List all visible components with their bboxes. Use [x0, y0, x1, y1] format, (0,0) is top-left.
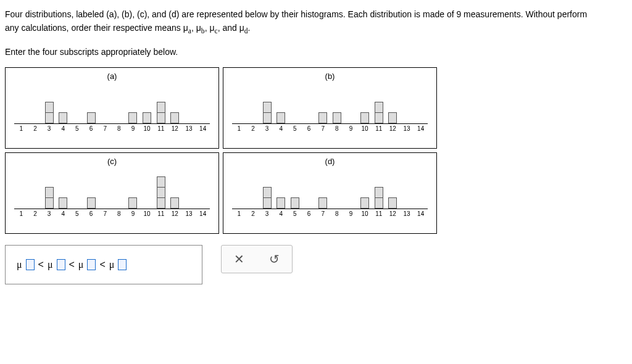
- bar-slot: [302, 83, 316, 123]
- bar-block: [59, 112, 67, 123]
- bar-slot: [140, 83, 154, 123]
- bar-slot: [126, 168, 140, 209]
- axis-tick: 9: [344, 125, 358, 132]
- bar-slot: [14, 83, 28, 123]
- slot-2[interactable]: [57, 259, 65, 270]
- bar-slot: [260, 168, 274, 209]
- axis-tick: 6: [84, 210, 98, 217]
- bar-slot: [246, 168, 260, 209]
- axis-tick: 6: [302, 125, 316, 132]
- axis-tick: 12: [386, 125, 400, 132]
- bar-slot: [400, 168, 414, 209]
- axis-tick: 3: [42, 125, 56, 132]
- bar-slot: [196, 83, 210, 123]
- clear-button[interactable]: ✕: [234, 252, 244, 267]
- histogram-grid: (a) 1234567891011121314 (b) 123456789101…: [5, 67, 437, 234]
- bar-slot: [70, 168, 85, 209]
- axis-tick: 12: [386, 210, 400, 217]
- axis-tick: 11: [154, 210, 168, 217]
- axis-tick: 2: [246, 125, 260, 132]
- bar-slot: [274, 168, 288, 209]
- axis-tick: 5: [70, 125, 85, 132]
- axis-tick: 7: [316, 125, 330, 132]
- bar-slot: [98, 168, 112, 209]
- bar-block: [45, 187, 54, 198]
- instr-line3: Enter the four subscripts appropriately …: [5, 45, 627, 59]
- axis-tick: 3: [42, 210, 56, 217]
- mu3: μ: [78, 259, 84, 270]
- bar-block: [157, 187, 165, 198]
- instr-line2a: any calculations, order their respective…: [5, 23, 188, 33]
- axis-tick: 10: [358, 125, 372, 132]
- bar-block: [263, 112, 272, 123]
- axis-tick: 10: [358, 210, 372, 217]
- bar-slot: [168, 83, 182, 123]
- bar-slot: [84, 168, 98, 209]
- axis-tick: 7: [98, 125, 112, 132]
- bar-block: [318, 197, 327, 209]
- axis-tick: 8: [112, 125, 126, 132]
- slot-3[interactable]: [87, 259, 96, 270]
- bar-slot: [56, 168, 70, 209]
- axis-tick: 4: [274, 125, 288, 132]
- bar-block: [375, 187, 383, 198]
- c2: , μ: [205, 23, 215, 33]
- bar-block: [157, 112, 165, 123]
- axis-tick: 5: [70, 210, 85, 217]
- bar-slot: [358, 83, 372, 123]
- bar-slot: [344, 168, 358, 209]
- axis-tick: 14: [414, 125, 428, 132]
- bar-block: [87, 112, 96, 123]
- reset-button[interactable]: ↺: [269, 252, 280, 267]
- axis-tick: 6: [84, 125, 98, 132]
- bar-block: [318, 112, 327, 123]
- axis-tick: 6: [302, 210, 316, 217]
- panel-a: (a) 1234567891011121314: [5, 67, 219, 149]
- andt: , and μ: [218, 23, 244, 33]
- slot-1[interactable]: [26, 259, 35, 270]
- axis-tick: 14: [414, 210, 428, 217]
- chart-d: [232, 168, 428, 209]
- bar-slot: [414, 83, 428, 123]
- title-c: (c): [10, 157, 214, 166]
- bar-block: [375, 102, 383, 113]
- bar-block: [333, 112, 341, 123]
- axis-tick: 12: [168, 210, 182, 217]
- axis-tick: 13: [182, 125, 196, 132]
- instr-line1: Four distributions, labeled (a), (b), (c…: [5, 9, 587, 19]
- bar-slot: [28, 83, 43, 123]
- dot: .: [248, 23, 251, 33]
- bar-block: [276, 112, 285, 123]
- panel-b: (b) 1234567891011121314: [223, 67, 437, 149]
- axis-tick: 12: [168, 125, 182, 132]
- title-d: (d): [228, 157, 431, 166]
- chart-c: [14, 168, 210, 209]
- axis-tick: 13: [400, 125, 414, 132]
- axis-b: 1234567891011121314: [232, 125, 428, 132]
- title-b: (b): [228, 72, 431, 81]
- axis-tick: 11: [372, 125, 386, 132]
- axis-tick: 2: [28, 125, 43, 132]
- bar-block: [263, 187, 272, 198]
- axis-tick: 7: [98, 210, 112, 217]
- bar-block: [59, 197, 67, 209]
- bottom-row: μ < μ < μ < μ ✕ ↺: [5, 245, 627, 284]
- mu2: μ: [48, 259, 53, 270]
- bar-slot: [154, 83, 168, 123]
- bar-slot: [330, 168, 344, 209]
- axis-tick: 3: [260, 125, 274, 132]
- axis-tick: 11: [372, 210, 386, 217]
- bar-slot: [344, 83, 358, 123]
- lt2: <: [69, 259, 75, 270]
- bar-block: [157, 197, 165, 209]
- axis-tick: 9: [126, 210, 140, 217]
- bar-slot: [400, 83, 414, 123]
- bar-slot: [372, 83, 386, 123]
- bar-block: [128, 112, 137, 123]
- slot-4[interactable]: [118, 259, 127, 270]
- bar-slot: [330, 83, 344, 123]
- axis-tick: 5: [288, 125, 302, 132]
- axis-tick: 4: [56, 125, 70, 132]
- controls: ✕ ↺: [221, 245, 293, 273]
- bar-block: [128, 197, 137, 209]
